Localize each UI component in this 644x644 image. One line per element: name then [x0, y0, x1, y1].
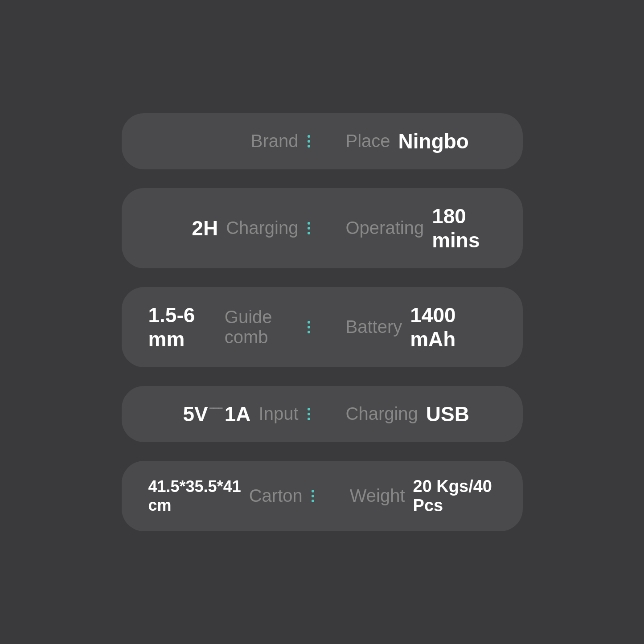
- row-input: 5V‾‾‾1A Input Charging USB: [122, 386, 523, 442]
- divider-5: [312, 490, 314, 502]
- specs-container: Brand Place Ningbo 2H Charging Operating…: [122, 113, 523, 531]
- dot-mid: [308, 413, 310, 415]
- ampere-number: 1A: [225, 402, 251, 426]
- input-label: Input: [259, 404, 299, 424]
- weight-value: 20 Kgs/40 Pcs: [413, 477, 496, 515]
- divider-3: [308, 321, 310, 333]
- dot-bot: [308, 232, 310, 234]
- divider-2: [308, 222, 310, 234]
- dot-bot: [308, 418, 310, 420]
- operating-value: 180 mins: [432, 204, 496, 252]
- dot-top: [308, 321, 310, 324]
- divider-1: [308, 135, 310, 148]
- row-carton: 41.5*35.5*41 cm Carton Weight 20 Kgs/40 …: [122, 461, 523, 531]
- place-label: Place: [346, 131, 390, 151]
- charging-usb-label: Charging: [346, 404, 418, 424]
- dot-mid: [308, 227, 310, 230]
- guide-right: Battery 1400 mAh: [319, 303, 496, 351]
- row-charging-time: 2H Charging Operating 180 mins: [122, 188, 523, 268]
- charging-left: 2H Charging: [148, 216, 299, 240]
- charging-value: 2H: [192, 216, 218, 240]
- dot-top: [308, 135, 310, 138]
- dot-mid: [308, 326, 310, 328]
- dot-mid: [308, 140, 310, 143]
- carton-left: 41.5*35.5*41 cm Carton: [148, 477, 303, 515]
- dot-top: [312, 490, 314, 492]
- divider-4: [308, 408, 310, 420]
- input-left: 5V‾‾‾1A Input: [148, 402, 299, 426]
- dot-bot: [308, 145, 310, 148]
- place-value: Ningbo: [398, 129, 469, 153]
- charging-label: Charging: [226, 218, 298, 238]
- brand-right: Place Ningbo: [319, 129, 496, 153]
- voltage-number: 5V: [183, 402, 208, 426]
- carton-right: Weight 20 Kgs/40 Pcs: [323, 477, 496, 515]
- input-right: Charging USB: [319, 402, 496, 426]
- brand-left: Brand: [148, 131, 299, 151]
- battery-value: 1400 mAh: [410, 303, 496, 351]
- charging-right: Operating 180 mins: [319, 204, 496, 252]
- row-guide-comb: 1.5-6 mm Guide comb Battery 1400 mAh: [122, 287, 523, 367]
- brand-label: Brand: [251, 131, 299, 151]
- dot-top: [308, 222, 310, 225]
- guide-label: Guide comb: [225, 307, 299, 347]
- operating-label: Operating: [346, 218, 424, 238]
- battery-label: Battery: [346, 317, 402, 337]
- dc-symbol: ‾‾‾: [210, 406, 223, 420]
- guide-left: 1.5-6 mm Guide comb: [148, 303, 299, 351]
- dot-bot: [312, 500, 314, 502]
- weight-label: Weight: [350, 486, 405, 506]
- guide-value: 1.5-6 mm: [148, 303, 217, 351]
- row-brand: Brand Place Ningbo: [122, 113, 523, 169]
- dot-mid: [312, 495, 314, 497]
- dimensions-value: 41.5*35.5*41 cm: [148, 477, 241, 515]
- carton-label: Carton: [249, 486, 303, 506]
- usb-value: USB: [426, 402, 469, 426]
- dot-bot: [308, 331, 310, 333]
- dot-top: [308, 408, 310, 410]
- voltage-value: 5V‾‾‾1A: [183, 402, 250, 426]
